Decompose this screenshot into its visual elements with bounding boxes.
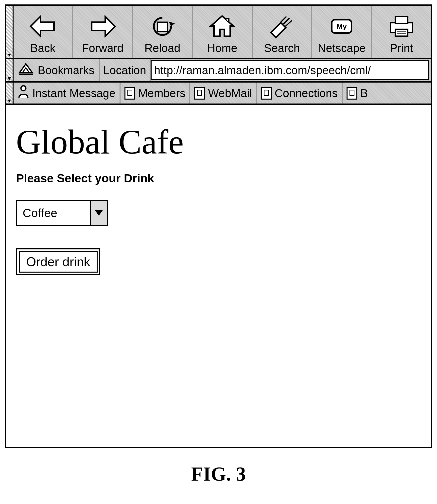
order-drink-button[interactable]: Order drink: [16, 248, 100, 275]
b-button[interactable]: B: [343, 83, 370, 104]
person-icon: [17, 85, 29, 101]
reload-label: Reload: [144, 41, 180, 55]
document-icon: [124, 87, 135, 100]
browser-window: Back Forward: [5, 4, 432, 448]
home-label: Home: [207, 41, 237, 55]
printer-icon: [387, 13, 416, 40]
location-label: Location: [100, 59, 151, 81]
svg-text:My: My: [336, 22, 347, 30]
webmail-button[interactable]: WebMail: [190, 83, 257, 104]
netscape-button[interactable]: My Netscape: [312, 6, 372, 58]
netscape-label: Netscape: [318, 41, 366, 55]
svg-rect-4: [395, 17, 408, 23]
forward-button[interactable]: Forward: [73, 6, 133, 58]
personal-toolbar: Instant Message Members WebMail Connecti…: [6, 83, 431, 105]
print-button[interactable]: Print: [372, 6, 431, 58]
flashlight-icon: [267, 13, 297, 40]
document-icon: [261, 87, 272, 100]
home-button[interactable]: Home: [193, 6, 252, 58]
members-button[interactable]: Members: [121, 83, 191, 104]
search-button[interactable]: Search: [253, 6, 312, 58]
pt-label: Instant Message: [32, 87, 116, 100]
my-netscape-icon: My: [327, 13, 356, 40]
pt-label: WebMail: [208, 87, 252, 100]
svg-rect-5: [395, 29, 408, 36]
url-value: http://raman.almaden.ibm.com/speech/cml/: [154, 64, 371, 77]
print-label: Print: [390, 41, 413, 55]
reload-button[interactable]: Reload: [133, 6, 193, 58]
page-content: Global Cafe Please Select your Drink Cof…: [6, 105, 431, 275]
connections-button[interactable]: Connections: [257, 83, 343, 104]
figure-caption: FIG. 3: [0, 463, 437, 485]
svg-point-9: [21, 86, 26, 91]
bookmarks-icon: [18, 62, 34, 78]
pt-label: Connections: [275, 87, 338, 100]
order-button-label: Order drink: [26, 254, 90, 269]
dropdown-arrow-icon: [90, 201, 107, 225]
pt-label: B: [360, 87, 368, 100]
svg-rect-0: [157, 22, 167, 32]
drink-dropdown[interactable]: Coffee: [16, 200, 108, 226]
drink-selected-value: Coffee: [17, 201, 90, 225]
toolbar-grip[interactable]: [6, 6, 14, 58]
toolbar-grip[interactable]: [6, 59, 14, 81]
nav-toolbar: Back Forward: [6, 6, 431, 59]
bookmarks-label: Bookmarks: [38, 64, 94, 77]
page-title: Global Cafe: [16, 122, 421, 162]
document-icon: [194, 87, 205, 100]
toolbar-grip[interactable]: [6, 83, 14, 104]
forward-label: Forward: [82, 41, 123, 55]
back-button[interactable]: Back: [14, 6, 73, 58]
forward-arrow-icon: [89, 13, 116, 40]
prompt-text: Please Select your Drink: [16, 172, 421, 185]
url-input[interactable]: http://raman.almaden.ibm.com/speech/cml/: [151, 60, 429, 80]
pt-label: Members: [138, 87, 186, 100]
reload-icon: [149, 13, 176, 40]
document-icon: [347, 87, 357, 100]
instant-message-button[interactable]: Instant Message: [14, 83, 121, 104]
bookmarks-button[interactable]: Bookmarks: [14, 59, 100, 81]
back-arrow-icon: [29, 13, 56, 40]
home-icon: [209, 13, 236, 40]
search-label: Search: [264, 41, 300, 55]
location-bar: Bookmarks Location http://raman.almaden.…: [6, 59, 431, 83]
back-label: Back: [30, 41, 55, 55]
